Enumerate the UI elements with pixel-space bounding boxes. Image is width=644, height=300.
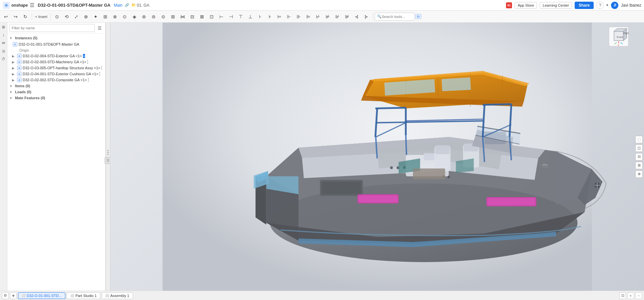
tool-10[interactable]: ⊛ <box>139 12 149 21</box>
svg-line-45 <box>406 135 406 155</box>
assy-item-1[interactable]: ▶ A D32-O-02-003-STD-Machinery GA <1> i <box>7 59 105 65</box>
left-icon-3[interactable]: ✉ <box>1 40 7 46</box>
branch-label[interactable]: Main <box>114 3 123 8</box>
tool-19[interactable]: ⊣ <box>226 12 236 21</box>
tool-1[interactable]: ⊙ <box>52 12 62 21</box>
tool-2[interactable]: ⟲ <box>62 12 71 21</box>
left-icon-1[interactable]: ⊞ <box>1 24 7 30</box>
learning-center-button[interactable]: Learning Center <box>540 2 572 9</box>
assy-item-2[interactable]: ▶ A D32-O-03-005-OPT-hardtop Structure A… <box>7 65 105 71</box>
assy-item-3[interactable]: ▶ A D32-O-04-001-STD-Exterior Cushions G… <box>7 71 105 77</box>
loads-section[interactable]: ▾ Loads (0) <box>7 89 105 95</box>
tool-3[interactable]: ⤢ <box>72 12 81 21</box>
settings-bottom-button[interactable]: ⚙ <box>2 292 9 299</box>
tool-17[interactable]: ⊡ <box>207 12 216 21</box>
user-name: Javi Ibanez <box>621 3 641 8</box>
help-button[interactable]: ? <box>596 2 604 9</box>
assembly-icon: A <box>13 42 17 47</box>
measure-button[interactable]: ⊕ <box>635 170 643 178</box>
search-input[interactable] <box>382 15 412 19</box>
toolbar: ↩ ↪ ↻ + Insert ⊙ ⟲ ⤢ ⊕ ✦ ⊞ ⊗ ⊙ ◈ ⊛ ⊜ ⊝ ⊞… <box>0 11 644 23</box>
bottom-tab-2-label: Assembly 1 <box>110 294 129 298</box>
action-plus-0[interactable]: + <box>83 54 85 58</box>
redo-button[interactable]: ↪ <box>11 12 20 21</box>
display-mode-button[interactable]: ⬚ <box>635 136 643 143</box>
tool-5[interactable]: ✦ <box>91 12 100 21</box>
left-icon-5[interactable]: ⏱ <box>1 56 7 62</box>
app-store-button[interactable]: App Store <box>515 2 537 9</box>
action-info-1[interactable]: i <box>87 60 88 64</box>
svg-text:Front: Front <box>617 36 623 39</box>
tool-16[interactable]: ⊠ <box>197 12 207 21</box>
assy-item-4[interactable]: ▶ A D32-O-02-002-STD-Composite GA <1> i <box>7 77 105 83</box>
action-info-3[interactable]: i <box>99 72 100 76</box>
tool-18[interactable]: ⊢ <box>217 12 226 21</box>
viewport[interactable]: Front Right Z ⬚ ◫ ⊟ ⊞ ⊕ <box>110 23 644 291</box>
explode-button[interactable]: ⊞ <box>635 162 643 169</box>
tool-11[interactable]: ⊜ <box>149 12 158 21</box>
tool-20[interactable]: ⊤ <box>236 12 245 21</box>
zoom-out-button[interactable]: − <box>635 292 642 299</box>
assy-item-0[interactable]: ▶ A D32-O-02-004-STD-Exterior GA <1> + <box>7 53 105 59</box>
bottom-tab-1-label: Part Studio 1 <box>75 294 97 298</box>
left-icon-4[interactable]: ◎ <box>1 48 7 54</box>
tool-9[interactable]: ◈ <box>130 12 139 21</box>
tool-29[interactable]: ⊭ <box>323 12 332 21</box>
bottom-tab-2[interactable]: ⬜ Assembly 1 <box>102 292 133 299</box>
sidebar-list-view-button[interactable]: ☰ <box>96 24 103 32</box>
svg-line-36 <box>375 108 406 108</box>
menu-icon[interactable]: ☰ <box>30 2 34 8</box>
tool-28[interactable]: ⊬ <box>313 12 323 21</box>
tool-4[interactable]: ⊕ <box>81 12 91 21</box>
user-avatar[interactable]: JI <box>611 2 618 9</box>
tool-31[interactable]: ⊯ <box>342 12 352 21</box>
origin-item[interactable]: Origin <box>7 48 105 53</box>
svg-line-39 <box>483 104 511 105</box>
toolbar-group-tools: ⊙ ⟲ ⤢ ⊕ ✦ ⊞ ⊗ ⊙ ◈ ⊛ ⊜ ⊝ ⊞ ⋈ ⊟ ⊠ ⊡ ⊢ ⊣ ⊤ … <box>52 12 371 21</box>
zoom-fit-button[interactable]: ⊡ <box>619 292 626 299</box>
tool-22[interactable]: ⊦ <box>255 12 265 21</box>
tool-27[interactable]: ⊫ <box>304 12 313 21</box>
section-view-button[interactable]: ⊟ <box>635 153 643 160</box>
tool-33[interactable]: ⊱ <box>362 12 371 21</box>
toolbar-group-nav: ↩ ↪ ↻ <box>1 12 30 21</box>
zoom-in-button[interactable]: + <box>627 292 634 299</box>
share-button[interactable]: Share <box>575 2 594 9</box>
mate-features-section[interactable]: ▾ Mate Features (0) <box>7 95 105 101</box>
bottom-tab-1[interactable]: ⬜ Part Studio 1 <box>67 292 100 299</box>
tool-24[interactable]: ⊨ <box>275 12 284 21</box>
action-info-2[interactable]: i <box>101 66 102 70</box>
sidebar-resize-handle[interactable]: ☰ <box>106 23 110 291</box>
refresh-button[interactable]: ↻ <box>21 12 30 21</box>
tool-7[interactable]: ⊗ <box>110 12 120 21</box>
view-cube[interactable]: Front Right Z <box>607 25 630 48</box>
left-icon-2[interactable]: ↕ <box>1 32 7 38</box>
tool-26[interactable]: ⊪ <box>294 12 303 21</box>
tool-15[interactable]: ⊟ <box>188 12 197 21</box>
onshape-logo <box>3 2 10 9</box>
tool-14[interactable]: ⋈ <box>178 12 187 21</box>
render-mode-button[interactable]: ◫ <box>635 145 643 152</box>
filter-input[interactable] <box>9 24 95 32</box>
tool-25[interactable]: ⊩ <box>284 12 294 21</box>
items-section[interactable]: ▾ Items (0) <box>7 83 105 89</box>
tool-21[interactable]: ⊥ <box>246 12 255 21</box>
tool-13[interactable]: ⊞ <box>168 12 178 21</box>
action-info-4[interactable]: i <box>88 78 89 82</box>
assy-label-1: D32-O-02-003-STD-Machinery GA <1> <box>23 60 86 64</box>
bottom-tab-0[interactable]: ⬜ D32-O-01-001-STD... <box>18 292 65 299</box>
tool-12[interactable]: ⊝ <box>159 12 168 21</box>
add-tab-button[interactable]: + <box>10 292 17 299</box>
tool-30[interactable]: ⊮ <box>333 12 342 21</box>
tool-8[interactable]: ⊙ <box>120 12 129 21</box>
sidebar: ☰ ▾ Instances (5) A D32-O-01-001-STD&OPT… <box>7 23 106 291</box>
instances-section[interactable]: ▾ Instances (5) <box>7 35 105 41</box>
unit-badge[interactable]: in <box>415 14 421 19</box>
tool-6[interactable]: ⊞ <box>101 12 110 21</box>
undo-button[interactable]: ↩ <box>1 12 11 21</box>
tool-32[interactable]: ⊰ <box>352 12 361 21</box>
svg-rect-65 <box>542 165 548 168</box>
top-assembly-item[interactable]: A D32-O-01-001-STD&OPT-Master GA <box>7 41 105 48</box>
tool-23[interactable]: ⊧ <box>265 12 274 21</box>
insert-button[interactable]: + Insert <box>34 12 49 21</box>
